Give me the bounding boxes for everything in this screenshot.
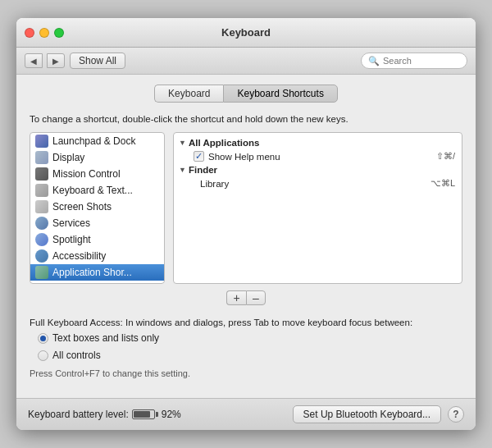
window-title: Keyboard — [221, 26, 271, 39]
sidebar-item-label: Display — [52, 152, 84, 163]
search-input[interactable] — [383, 56, 460, 66]
battery-label: Keyboard battery level: — [28, 409, 129, 420]
sidebar-item-label: Mission Control — [52, 168, 121, 180]
radio-group: Text boxes and lists only All controls — [38, 331, 462, 363]
forward-button[interactable]: ▶ — [47, 53, 65, 68]
battery-pct: 92% — [162, 409, 181, 420]
traffic-lights — [25, 28, 64, 38]
radio-label: All controls — [52, 348, 101, 363]
shortcut-row-library: Library ⌥⌘L — [174, 176, 462, 190]
search-icon: 🔍 — [368, 56, 380, 66]
shortcuts-panel: ▼ All Applications ✓ Show Help menu ⇧⌘/ … — [173, 132, 462, 284]
shortcut-row-help: ✓ Show Help menu ⇧⌘/ — [174, 149, 462, 163]
tab-keyboard-shortcuts[interactable]: Keyboard Shortcuts — [223, 85, 337, 103]
sidebar-item-label: Launchpad & Dock — [52, 135, 135, 147]
radio-label: Text boxes and lists only — [52, 331, 159, 346]
add-shortcut-button[interactable]: + — [226, 290, 246, 305]
spotlight-icon — [35, 233, 48, 246]
radio-all-controls[interactable] — [38, 350, 48, 361]
toolbar: ◀ ▶ Show All 🔍 — [16, 48, 476, 75]
back-button[interactable]: ◀ — [25, 53, 43, 68]
group-header-all-apps[interactable]: ▼ All Applications — [174, 136, 462, 149]
battery-icon — [132, 409, 158, 419]
triangle-icon: ▼ — [179, 139, 186, 147]
mission-icon — [35, 167, 48, 181]
display-icon — [35, 151, 48, 164]
sidebar-item-accessibility[interactable]: Accessibility — [30, 248, 164, 264]
services-icon — [35, 217, 48, 230]
keyboard-window: Keyboard ◀ ▶ Show All 🔍 Keyboard Keyboar… — [16, 18, 476, 429]
bluetooth-button[interactable]: Set Up Bluetooth Keyboard... — [293, 405, 441, 423]
sidebar-item-label: Services — [52, 217, 90, 229]
sidebar-list: Launchpad & Dock Display Mission Control… — [30, 132, 165, 284]
triangle-icon: ▼ — [179, 166, 186, 174]
group-label: All Applications — [189, 138, 259, 148]
search-box[interactable]: 🔍 — [361, 53, 467, 69]
titlebar: Keyboard — [16, 18, 476, 48]
tab-bar: Keyboard Keyboard Shortcuts — [30, 85, 462, 103]
instruction-text: To change a shortcut, double-click the s… — [30, 112, 462, 126]
shortcut-label-row: Library — [200, 179, 430, 189]
radio-row-text-boxes[interactable]: Text boxes and lists only — [38, 331, 462, 346]
shortcut-key: ⇧⌘/ — [436, 151, 455, 162]
main-panel: Launchpad & Dock Display Mission Control… — [30, 132, 462, 284]
sidebar-item-label: Keyboard & Text... — [52, 185, 133, 196]
radio-text-boxes[interactable] — [38, 333, 48, 344]
shortcut-checkbox[interactable]: ✓ — [194, 151, 204, 162]
sidebar-item-screenshots[interactable]: Screen Shots — [30, 199, 164, 215]
sidebar-item-label: Application Shor... — [52, 267, 132, 278]
battery-body — [132, 409, 155, 419]
fka-heading: Full Keyboard Access: In windows and dia… — [30, 315, 462, 330]
battery-fill — [134, 411, 150, 418]
sidebar-item-launchpad[interactable]: Launchpad & Dock — [30, 133, 164, 149]
appshort-icon — [35, 266, 48, 279]
sidebar-item-mission[interactable]: Mission Control — [30, 166, 164, 182]
group-header-finder[interactable]: ▼ Finder — [174, 163, 462, 176]
remove-shortcut-button[interactable]: – — [246, 290, 266, 305]
sidebar-item-keyboard[interactable]: Keyboard & Text... — [30, 182, 164, 199]
shortcut-label-row: ✓ Show Help menu — [194, 151, 436, 162]
launchpad-icon — [35, 135, 48, 148]
content-area: Keyboard Keyboard Shortcuts To change a … — [16, 75, 476, 397]
minimize-button[interactable] — [39, 28, 49, 38]
sidebar-item-appshort[interactable]: Application Shor... — [30, 264, 164, 281]
fka-section: Full Keyboard Access: In windows and dia… — [30, 315, 462, 381]
bottom-bar: Keyboard battery level: 92% Set Up Bluet… — [16, 398, 476, 430]
show-all-button[interactable]: Show All — [70, 53, 125, 69]
sidebar-item-label: Accessibility — [52, 250, 106, 262]
sidebar-item-spotlight[interactable]: Spotlight — [30, 231, 164, 248]
accessibility-icon — [35, 249, 48, 263]
add-remove-bar: + – — [30, 290, 462, 305]
group-label: Finder — [189, 165, 217, 175]
sidebar-item-label: Screen Shots — [52, 201, 112, 213]
control-hint: Press Control+F7 to change this setting. — [30, 367, 462, 382]
screenshot-icon — [35, 200, 48, 213]
battery-area: Keyboard battery level: 92% — [28, 409, 181, 420]
battery-tip — [156, 412, 158, 417]
sidebar-item-services[interactable]: Services — [30, 215, 164, 231]
radio-row-all-controls[interactable]: All controls — [38, 348, 462, 363]
shortcut-key: ⌥⌘L — [430, 178, 455, 189]
close-button[interactable] — [25, 28, 34, 38]
keyboard-icon — [35, 184, 48, 197]
shortcut-label: Show Help menu — [208, 152, 280, 162]
help-button[interactable]: ? — [448, 406, 464, 423]
maximize-button[interactable] — [54, 28, 64, 38]
sidebar-item-display[interactable]: Display — [30, 149, 164, 166]
sidebar-item-label: Spotlight — [52, 234, 91, 245]
tab-keyboard[interactable]: Keyboard — [154, 85, 223, 103]
shortcut-label: Library — [200, 179, 229, 189]
